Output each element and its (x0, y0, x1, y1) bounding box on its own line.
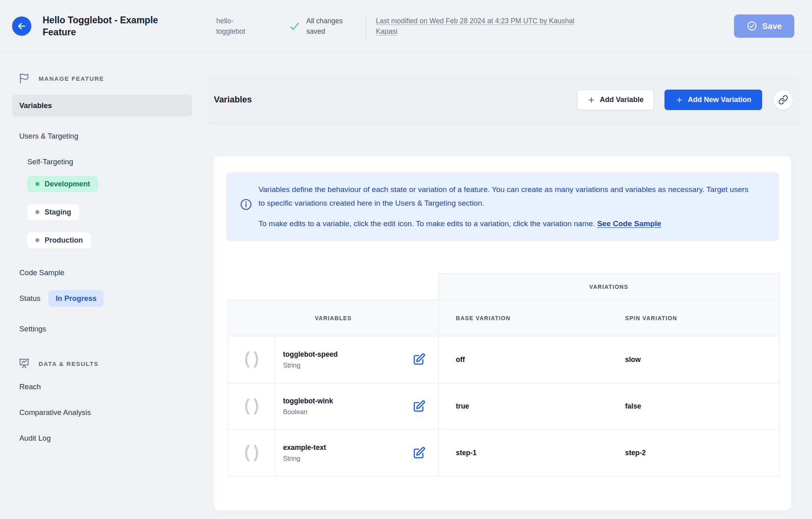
save-button[interactable]: Save (734, 14, 794, 38)
parentheses-icon (228, 383, 275, 429)
main-content: Variables Add Variable Add New Variation (207, 52, 812, 519)
variable-type: Boolean (283, 408, 333, 416)
env-dot-icon (35, 182, 39, 186)
info-banner: Variables define the behaviour of each s… (226, 172, 779, 241)
sidebar-env-staging[interactable]: Staging (27, 204, 79, 220)
header-divider (366, 14, 366, 38)
env-label: Development (45, 180, 90, 188)
sidebar-env-development[interactable]: Development (27, 176, 98, 192)
sidebar: MANAGE FEATURE Variables Users & Targeti… (0, 52, 207, 519)
sidebar-section-label: DATA & RESULTS (39, 360, 98, 367)
edit-pencil-square-icon (412, 446, 426, 460)
share-link-button[interactable] (773, 90, 793, 110)
variables-column: VARIABLES togglebot-speed String (228, 300, 438, 476)
page-title: Hello Togglebot - Example Feature (43, 14, 179, 38)
status-badge[interactable]: In Progress (48, 290, 104, 307)
edit-variable-button[interactable] (412, 400, 426, 413)
base-variation-value: step-1 (439, 449, 609, 457)
last-modified-link[interactable]: Last modified on Wed Feb 28 2024 at 4:23… (376, 16, 589, 37)
sidebar-item-self-targeting[interactable]: Self-Targeting (12, 156, 207, 168)
saved-status-text: All changes saved (306, 16, 351, 37)
save-button-label: Save (762, 21, 782, 31)
base-variation-value: true (439, 402, 609, 411)
variable-name: togglebot-wink (283, 397, 333, 405)
add-variable-label: Add Variable (600, 96, 644, 104)
variations-group-header: VARIATIONS (589, 284, 628, 290)
spin-variation-value: step-2 (609, 449, 779, 457)
variable-name: example-text (283, 443, 326, 452)
variations-section: VARIATIONS BASE VARIATION SPIN VARIATION… (438, 273, 779, 476)
column-header-spin-variation: SPIN VARIATION (609, 315, 779, 321)
section-title: Variables (214, 95, 252, 105)
edit-variable-button[interactable] (412, 446, 426, 460)
sidebar-item-audit-log[interactable]: Audit Log (12, 432, 207, 444)
check-icon (289, 20, 301, 32)
sidebar-section-label: MANAGE FEATURE (39, 75, 104, 82)
info-circle-icon (240, 183, 252, 231)
table-row-values: true false (439, 383, 779, 429)
parentheses-icon (228, 336, 275, 383)
info-paragraph-2-text: To make edits to a variable, click the e… (258, 219, 597, 228)
env-label: Staging (45, 208, 71, 217)
sidebar-section-manage-feature: MANAGE FEATURE (12, 72, 207, 85)
variable-name: togglebot-speed (283, 350, 338, 359)
variable-type: String (283, 455, 326, 462)
add-variable-button[interactable]: Add Variable (577, 90, 654, 110)
table-row: togglebot-wink Boolean (228, 383, 438, 429)
spin-variation-value: false (609, 402, 779, 411)
table-row-values: step-1 step-2 (439, 429, 779, 476)
sidebar-item-reach[interactable]: Reach (12, 381, 207, 393)
topbar: Hello Togglebot - Example Feature hello-… (0, 0, 812, 52)
variables-card: Variables define the behaviour of each s… (213, 156, 791, 511)
spin-variation-value: slow (609, 356, 779, 364)
column-header-variables: VARIABLES (315, 315, 352, 321)
check-circle-icon (746, 20, 757, 31)
variables-table: VARIABLES togglebot-speed String (228, 273, 779, 476)
sidebar-item-status[interactable]: Status In Progress (12, 290, 207, 307)
env-dot-icon (35, 210, 39, 214)
info-paragraph-2: To make edits to a variable, click the e… (258, 217, 757, 231)
plus-icon (587, 96, 595, 104)
sidebar-item-settings[interactable]: Settings (12, 323, 207, 335)
sidebar-item-comparative-analysis[interactable]: Comparative Analysis (12, 407, 207, 419)
sidebar-item-variables[interactable]: Variables (12, 95, 192, 116)
sidebar-section-data-results: DATA & RESULTS (12, 357, 207, 370)
add-new-variation-label: Add New Variation (688, 96, 751, 104)
edit-pencil-square-icon (412, 353, 426, 366)
base-variation-value: off (439, 356, 609, 364)
flag-icon (18, 72, 31, 85)
status-label: Status (19, 294, 40, 303)
table-row: togglebot-speed String (228, 336, 438, 383)
variables-toolbar: Variables Add Variable Add New Variation (207, 76, 801, 124)
back-button[interactable] (12, 16, 31, 36)
table-row: example-text String (228, 429, 438, 476)
env-label: Production (45, 236, 83, 245)
env-dot-icon (35, 238, 39, 242)
link-icon (778, 95, 788, 105)
presentation-chart-icon (18, 357, 31, 370)
feature-key: hello-togglebot (216, 16, 261, 37)
plus-icon (675, 96, 683, 104)
arrow-left-icon (16, 21, 27, 31)
sidebar-item-code-sample[interactable]: Code Sample (12, 267, 207, 279)
variable-type: String (283, 362, 338, 369)
sidebar-item-users-targeting[interactable]: Users & Targeting (12, 130, 207, 142)
edit-variable-button[interactable] (412, 353, 426, 366)
edit-pencil-square-icon (412, 400, 426, 413)
app-window: Hello Togglebot - Example Feature hello-… (0, 0, 812, 519)
saved-indicator: All changes saved (289, 16, 351, 37)
info-paragraph-1: Variables define the behaviour of each s… (258, 183, 757, 210)
see-code-sample-link[interactable]: See Code Sample (597, 219, 661, 228)
add-new-variation-button[interactable]: Add New Variation (664, 90, 762, 110)
parentheses-icon (228, 430, 275, 476)
column-header-base-variation: BASE VARIATION (439, 315, 609, 321)
table-row-values: off slow (439, 336, 779, 383)
sidebar-env-production[interactable]: Production (27, 232, 91, 248)
